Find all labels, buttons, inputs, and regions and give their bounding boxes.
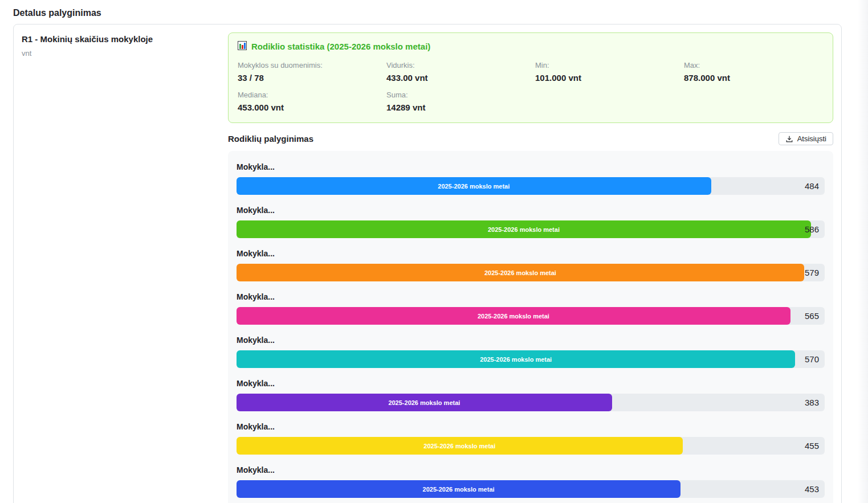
bar-value: 586 — [805, 220, 819, 238]
bar-series-label: 2025-2026 mokslo metai — [488, 226, 560, 233]
stat-item: Suma: 14289 vnt — [386, 91, 526, 112]
bar-value: 455 — [805, 437, 819, 455]
bar-category-label: Mokykla... — [237, 206, 825, 215]
bar-fill: 2025-2026 mokslo metai — [237, 307, 790, 325]
bar-fill: 2025-2026 mokslo metai — [237, 177, 711, 195]
bar-category-label: Mokykla... — [237, 249, 825, 258]
bar-value: 383 — [805, 394, 819, 411]
scrollbar[interactable] — [858, 0, 868, 503]
chart-row: Mokykla...2025-2026 mokslo metai484 — [237, 162, 825, 195]
stat-label: Vidurkis: — [386, 61, 526, 69]
stat-value: 14289 vnt — [386, 103, 526, 112]
bar-track: 2025-2026 mokslo metai570 — [237, 350, 825, 368]
bar-fill: 2025-2026 mokslo metai — [237, 480, 680, 498]
comparison-title: Rodiklių palyginimas — [228, 134, 313, 144]
bar-fill: 2025-2026 mokslo metai — [237, 350, 795, 368]
bar-track: 2025-2026 mokslo metai455 — [237, 437, 825, 455]
stat-item: Min: 101.000 vnt — [535, 61, 675, 83]
stat-label: Suma: — [386, 91, 526, 99]
chart-container: Mokykla...2025-2026 mokslo metai484Mokyk… — [228, 151, 833, 503]
bar-track: 2025-2026 mokslo metai586 — [237, 220, 825, 238]
bar-track: 2025-2026 mokslo metai565 — [237, 307, 825, 325]
bar-value: 565 — [805, 307, 819, 325]
bar-value: 453 — [805, 480, 819, 498]
bar-track: 2025-2026 mokslo metai484 — [237, 177, 825, 195]
stat-item: Vidurkis: 433.00 vnt — [386, 61, 526, 83]
bar-fill: 2025-2026 mokslo metai — [237, 264, 804, 281]
stat-item: Mokyklos su duomenimis: 33 / 78 — [238, 61, 377, 83]
download-button[interactable]: Atsisiųsti — [779, 132, 833, 145]
bar-category-label: Mokykla... — [237, 465, 825, 475]
bar-category-label: Mokykla... — [237, 379, 825, 388]
bar-category-label: Mokykla... — [237, 162, 825, 171]
bar-series-label: 2025-2026 mokslo metai — [388, 399, 460, 406]
bar-category-label: Mokykla... — [237, 292, 825, 301]
bar-value: 579 — [805, 264, 819, 281]
bar-fill: 2025-2026 mokslo metai — [237, 220, 811, 238]
main-card: R1 - Mokinių skaičius mokykloje vnt Rodi… — [13, 24, 842, 503]
chart-rows: Mokykla...2025-2026 mokslo metai484Mokyk… — [237, 162, 825, 498]
stats-card: Rodiklio statistika (2025-2026 mokslo me… — [228, 32, 833, 123]
bar-value: 484 — [805, 177, 819, 195]
bar-category-label: Mokykla... — [237, 422, 825, 431]
bar-value: 570 — [805, 350, 819, 368]
bar-fill: 2025-2026 mokslo metai — [237, 437, 683, 455]
stat-value: 433.00 vnt — [386, 73, 526, 83]
comparison-header: Rodiklių palyginimas Atsisiųsti — [228, 132, 833, 145]
chart-row: Mokykla...2025-2026 mokslo metai383 — [237, 379, 825, 411]
bar-category-label: Mokykla... — [237, 336, 825, 345]
bar-track: 2025-2026 mokslo metai453 — [237, 480, 825, 498]
stat-value: 453.000 vnt — [238, 103, 377, 112]
bar-series-label: 2025-2026 mokslo metai — [423, 486, 495, 493]
stat-item: Mediana: 453.000 vnt — [238, 91, 377, 112]
stat-value: 33 / 78 — [238, 73, 377, 83]
download-icon — [785, 135, 793, 143]
download-button-label: Atsisiųsti — [797, 134, 826, 143]
page-title: Detalus palyginimas — [0, 0, 868, 24]
chart-row: Mokykla...2025-2026 mokslo metai453 — [237, 465, 825, 498]
bar-track: 2025-2026 mokslo metai383 — [237, 394, 825, 411]
stat-label: Mediana: — [238, 91, 377, 99]
chart-row: Mokykla...2025-2026 mokslo metai565 — [237, 292, 825, 325]
bar-chart-icon — [238, 41, 247, 52]
bar-series-label: 2025-2026 mokslo metai — [480, 356, 552, 363]
stat-label: Min: — [535, 61, 675, 69]
chart-row: Mokykla...2025-2026 mokslo metai570 — [237, 336, 825, 368]
stat-item: Max: 878.000 vnt — [684, 61, 824, 83]
stats-title: Rodiklio statistika (2025-2026 mokslo me… — [238, 41, 824, 52]
stat-label: Mokyklos su duomenimis: — [238, 61, 377, 69]
indicator-unit: vnt — [22, 49, 228, 58]
stat-label: Max: — [684, 61, 824, 69]
indicator-title: R1 - Mokinių skaičius mokykloje — [22, 34, 228, 44]
bar-fill: 2025-2026 mokslo metai — [237, 394, 612, 411]
stat-value: 101.000 vnt — [535, 73, 675, 83]
bar-series-label: 2025-2026 mokslo metai — [423, 443, 495, 449]
detail-panel: Rodiklio statistika (2025-2026 mokslo me… — [228, 32, 833, 503]
chart-row: Mokykla...2025-2026 mokslo metai455 — [237, 422, 825, 455]
stats-title-text: Rodiklio statistika (2025-2026 mokslo me… — [251, 42, 430, 51]
bar-series-label: 2025-2026 mokslo metai — [438, 183, 510, 190]
chart-row: Mokykla...2025-2026 mokslo metai579 — [237, 249, 825, 281]
stats-grid: Mokyklos su duomenimis: 33 / 78 Vidurkis… — [238, 61, 824, 120]
chart-row: Mokykla...2025-2026 mokslo metai586 — [237, 206, 825, 238]
bar-track: 2025-2026 mokslo metai579 — [237, 264, 825, 281]
indicator-panel: R1 - Mokinių skaičius mokykloje vnt — [22, 32, 228, 503]
bar-series-label: 2025-2026 mokslo metai — [484, 269, 556, 276]
stat-value: 878.000 vnt — [684, 73, 824, 83]
bar-series-label: 2025-2026 mokslo metai — [478, 313, 549, 320]
